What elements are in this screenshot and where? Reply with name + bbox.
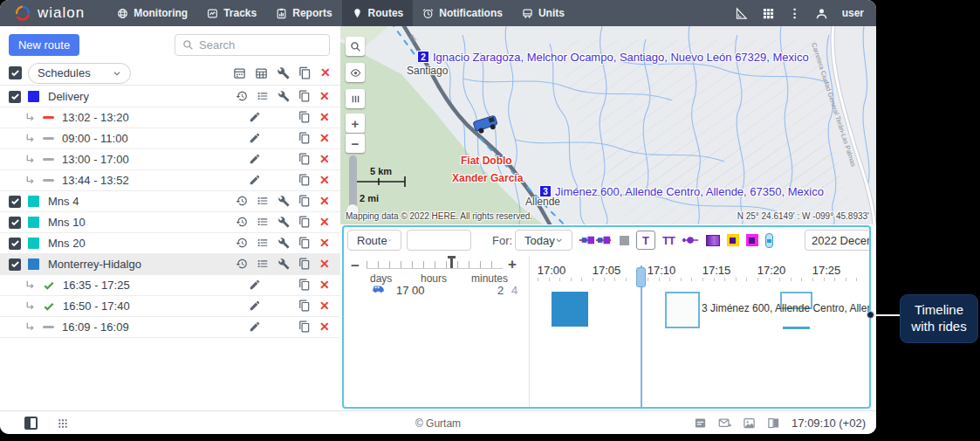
timeline-unit-name[interactable]: 17 00 (396, 284, 425, 297)
select-all-checkbox[interactable] (9, 66, 22, 79)
option-interval-icon[interactable] (706, 235, 720, 246)
option-double-letter-icon[interactable]: TT (662, 234, 675, 247)
delete-button[interactable]: ✕ (319, 279, 332, 292)
delete-button[interactable]: ✕ (319, 216, 332, 229)
copy-button[interactable] (298, 132, 312, 145)
search-input[interactable] (199, 38, 312, 52)
route-group-row[interactable]: Delivery ✕ (0, 86, 340, 107)
delete-button[interactable]: ✕ (319, 111, 332, 124)
messages-icon[interactable] (718, 417, 731, 430)
copy-button[interactable] (298, 300, 312, 313)
ride-row[interactable]: 16:50 - 17:40 ✕ (0, 296, 340, 317)
ride-row[interactable]: 13:44 - 13:52 ✕ (0, 170, 340, 191)
properties-button[interactable] (278, 258, 291, 271)
zoom-out-button[interactable]: − (346, 134, 365, 153)
nav-routes[interactable]: Routes (342, 0, 414, 26)
copy-button[interactable] (298, 90, 312, 103)
option-single-letter-icon[interactable]: T (636, 231, 655, 250)
route-type-select[interactable]: Route (347, 230, 401, 251)
copy-button[interactable] (298, 195, 312, 208)
copy-button[interactable] (298, 153, 312, 166)
rides-list-button[interactable] (257, 90, 270, 103)
nav-tracks[interactable]: Tracks (197, 0, 266, 26)
delete-button[interactable]: ✕ (319, 174, 332, 187)
edit-button[interactable] (249, 279, 262, 292)
edit-button[interactable] (249, 320, 262, 334)
map-marker-3[interactable]: 3 Jiménez 600, Allende Centro, Allende, … (539, 185, 824, 198)
ride-history-button[interactable] (236, 90, 249, 103)
period-select[interactable]: Today (515, 230, 572, 251)
delete-button[interactable]: ✕ (319, 300, 332, 313)
map-zoom-slider[interactable] (349, 155, 357, 218)
properties-button[interactable] (278, 216, 291, 229)
user-icon[interactable] (815, 7, 828, 20)
edit-button[interactable] (249, 300, 262, 313)
edit-button[interactable] (249, 174, 262, 187)
copy-button[interactable] (298, 66, 312, 79)
ride-row[interactable]: 13:02 - 13:20 ✕ (0, 107, 340, 128)
delete-button[interactable]: ✕ (319, 258, 332, 271)
route-group-row[interactable]: Mns 10 ✕ (0, 212, 340, 233)
time-cursor-handle[interactable] (636, 267, 646, 287)
ride-history-button[interactable] (236, 216, 249, 229)
timeline-zoom-in-button[interactable]: + (508, 257, 517, 272)
map-layers-button[interactable] (346, 89, 365, 108)
more-menu-icon[interactable]: ⋮ (789, 7, 801, 19)
rides-list-button[interactable] (257, 258, 270, 271)
timetable-view-button[interactable] (255, 66, 268, 79)
option-pin-icon[interactable] (765, 233, 773, 248)
zoom-ruler-handle[interactable] (450, 257, 453, 269)
edit-button[interactable] (249, 111, 262, 124)
delete-button[interactable]: ✕ (319, 153, 332, 166)
ride-row[interactable]: 16:35 - 17:25 ✕ (0, 275, 340, 296)
notes-icon[interactable] (694, 417, 707, 430)
zoom-in-button[interactable]: + (346, 114, 365, 133)
map-marker-2[interactable]: 2 Ignacio Zaragoza, Melchor Ocampo, Sant… (417, 51, 809, 64)
ride-block-completed[interactable] (552, 292, 588, 327)
rides-list-button[interactable] (257, 195, 270, 208)
route-group-row-selected[interactable]: Monterrey-Hidalgo ✕ (0, 254, 340, 275)
option-marker-magenta-icon[interactable] (746, 234, 758, 246)
nav-monitoring[interactable]: Monitoring (107, 0, 197, 26)
new-route-button[interactable]: New route (9, 34, 79, 56)
ride-history-button[interactable] (236, 258, 249, 271)
ride-block-planned[interactable] (665, 292, 700, 328)
rides-list-button[interactable] (257, 237, 270, 250)
option-rides-line-icon[interactable] (578, 233, 613, 247)
properties-button[interactable] (278, 90, 291, 103)
mode-select[interactable]: Schedules (28, 63, 131, 84)
copy-button[interactable] (298, 258, 312, 271)
zoom-unit-minutes[interactable]: minutes (471, 272, 508, 285)
edit-button[interactable] (249, 132, 262, 145)
delete-button[interactable]: ✕ (319, 320, 332, 334)
route-filter-input[interactable] (407, 230, 471, 251)
copy-button[interactable] (298, 216, 312, 229)
route-checkbox[interactable] (9, 91, 21, 103)
option-checkpoint-icon[interactable] (682, 234, 699, 246)
delete-button[interactable]: ✕ (319, 237, 332, 250)
date-input[interactable] (805, 230, 871, 251)
copy-button[interactable] (298, 174, 312, 187)
route-checkbox[interactable] (9, 238, 21, 250)
route-checkbox[interactable] (9, 217, 21, 229)
route-group-row[interactable]: Mns 20 ✕ (0, 233, 340, 254)
delete-button[interactable]: ✕ (320, 66, 333, 79)
wialon-logo[interactable]: wialon (0, 4, 107, 22)
rides-list-button[interactable] (257, 216, 270, 229)
edit-button[interactable] (249, 153, 262, 166)
nav-units[interactable]: Units (512, 0, 574, 26)
nav-reports[interactable]: Reports (266, 0, 341, 26)
option-marker-yellow-icon[interactable] (727, 234, 739, 246)
log-icon[interactable] (767, 417, 780, 430)
delete-button[interactable]: ✕ (319, 195, 332, 208)
delete-button[interactable]: ✕ (319, 90, 332, 103)
media-icon[interactable] (743, 417, 756, 430)
nav-notifications[interactable]: Notifications (413, 0, 512, 26)
route-checkbox[interactable] (9, 258, 21, 271)
ride-row[interactable]: 09:00 - 11:00 ✕ (0, 128, 340, 149)
route-checkbox[interactable] (9, 196, 21, 208)
route-group-row[interactable]: Mns 4 ✕ (0, 191, 340, 212)
ride-history-button[interactable] (236, 195, 249, 208)
ride-row[interactable]: 16:09 - 16:09 ✕ (0, 317, 340, 338)
map-view[interactable]: 85 Carretera Ciudad General Terán-Las Pa… (340, 26, 876, 224)
